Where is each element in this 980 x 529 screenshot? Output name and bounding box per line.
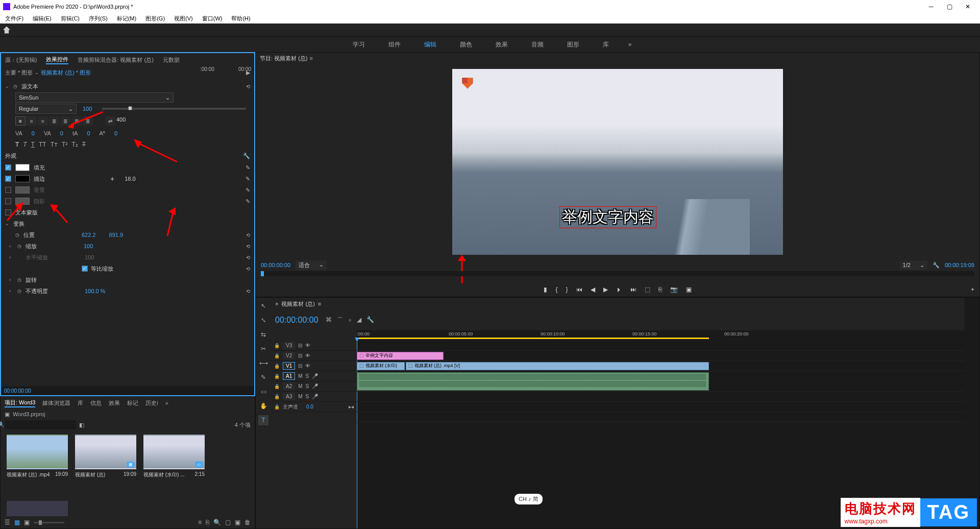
type-tool[interactable]: T bbox=[258, 415, 268, 425]
shadow-checkbox[interactable] bbox=[5, 198, 11, 204]
align-justify-last-center[interactable]: ≣ bbox=[71, 116, 82, 126]
solo-button[interactable]: S bbox=[306, 394, 309, 399]
stopwatch-icon[interactable]: ◷ bbox=[13, 84, 18, 89]
track-header-a2[interactable]: 🔒A2MS🎤 bbox=[271, 381, 357, 392]
reset-icon[interactable]: ⟲ bbox=[246, 244, 250, 249]
ws-color[interactable]: 颜色 bbox=[456, 38, 476, 51]
reset-icon[interactable]: ⟲ bbox=[246, 288, 250, 294]
kerning-value[interactable]: 0 bbox=[32, 130, 35, 136]
zoom-slider[interactable] bbox=[34, 522, 64, 523]
allcaps-button[interactable]: TT bbox=[39, 141, 46, 148]
settings-icon[interactable]: 🔧 bbox=[933, 262, 940, 269]
slip-tool[interactable]: ⟷ bbox=[258, 358, 268, 368]
time-ruler[interactable]: :00:00 00:00:05:00 00:00:10:00 00:00:15:… bbox=[357, 330, 964, 341]
bc-sequence[interactable]: 视频素材 (总) * 图形 bbox=[41, 69, 91, 77]
italic-button[interactable]: T bbox=[23, 141, 27, 148]
mute-button[interactable]: M bbox=[298, 383, 302, 389]
twirl-icon[interactable]: › bbox=[9, 255, 14, 260]
voice-icon[interactable]: 🎤 bbox=[312, 373, 318, 379]
align-center-button[interactable]: ≡ bbox=[27, 116, 37, 126]
new-item-button[interactable]: ▣ bbox=[235, 519, 240, 526]
sort-icon[interactable]: ≡ bbox=[198, 519, 202, 526]
tab-effect-controls[interactable]: 效果控件 bbox=[46, 56, 68, 64]
maximize-button[interactable]: ▢ bbox=[940, 0, 959, 13]
strikethrough-button[interactable]: T bbox=[82, 141, 86, 148]
subscript-button[interactable]: T₂ bbox=[71, 141, 78, 148]
video-toggle-icon[interactable]: ⊟ bbox=[298, 353, 302, 358]
superscript-button[interactable]: T² bbox=[62, 141, 67, 148]
close-button[interactable]: ✕ bbox=[959, 0, 977, 13]
work-area[interactable] bbox=[357, 338, 709, 339]
fill-color-swatch[interactable] bbox=[15, 164, 30, 171]
button-editor[interactable]: + bbox=[971, 286, 974, 293]
align-justify-last-right[interactable]: ≣ bbox=[83, 116, 93, 126]
tab-media-browser[interactable]: 媒体浏览器 bbox=[42, 399, 70, 407]
timeline-timecode[interactable]: 00:00:00:00 bbox=[275, 316, 318, 325]
filter-icon[interactable]: ◧ bbox=[79, 422, 84, 428]
tabs-overflow[interactable]: » bbox=[165, 400, 168, 406]
program-scrubber[interactable] bbox=[261, 271, 974, 276]
project-item[interactable]: ▭ 视频素材 (水印) ...2:15 bbox=[143, 435, 205, 478]
tab-info[interactable]: 信息 bbox=[90, 399, 102, 407]
tab-libraries[interactable]: 库 bbox=[78, 399, 83, 407]
delete-button[interactable]: 🗑 bbox=[244, 519, 251, 526]
ripple-tool[interactable]: ⇆ bbox=[258, 329, 268, 340]
ws-learn[interactable]: 学习 bbox=[349, 38, 369, 51]
eye-icon[interactable]: 👁 bbox=[305, 343, 310, 348]
pos-x[interactable]: 622.2 bbox=[82, 232, 96, 238]
program-title[interactable]: 节目: 视频素材 (总) bbox=[260, 55, 308, 62]
align-right-button[interactable]: ≡ bbox=[38, 116, 48, 126]
lock-icon[interactable]: 🔒 bbox=[274, 364, 280, 369]
twirl-icon[interactable]: ⌄ bbox=[5, 84, 10, 89]
find-icon[interactable]: 🔍 bbox=[213, 519, 221, 526]
stopwatch-icon[interactable]: ◷ bbox=[15, 232, 20, 237]
textmask-checkbox[interactable] bbox=[5, 209, 11, 215]
lock-icon[interactable]: 🔒 bbox=[274, 374, 280, 379]
overlay-text[interactable]: 举例文字内容 bbox=[559, 206, 656, 228]
stroke-width-value[interactable]: 18.0 bbox=[125, 176, 135, 182]
tab-audio-mixer[interactable]: 音频剪辑混合器: 视频素材 (总) bbox=[78, 56, 154, 64]
pos-y[interactable]: 891.9 bbox=[109, 232, 124, 238]
snap-icon[interactable]: ⌘ bbox=[326, 316, 332, 325]
baseline-value[interactable]: 0 bbox=[87, 130, 90, 136]
ws-assembly[interactable]: 组件 bbox=[384, 38, 405, 51]
eyedropper-icon[interactable]: ✎ bbox=[246, 198, 250, 205]
scale-value[interactable]: 100 bbox=[84, 243, 93, 249]
video-toggle-icon[interactable]: ⊟ bbox=[298, 363, 302, 369]
thumbnail[interactable]: ▦ bbox=[75, 435, 136, 469]
tab-markers[interactable]: 标记 bbox=[127, 399, 138, 407]
zoom-select[interactable]: 1/2⌄ bbox=[900, 261, 927, 270]
track-header-a1[interactable]: 🔒A1MS🎤 bbox=[271, 371, 357, 381]
font-size-slider[interactable] bbox=[102, 108, 246, 110]
track-header-master[interactable]: 🔒主声道0.0▸◂ bbox=[271, 402, 357, 412]
step-forward-button[interactable]: ⏵ bbox=[616, 286, 622, 293]
stroke-checkbox[interactable]: ✓ bbox=[5, 176, 11, 182]
extract-button[interactable]: ⎘ bbox=[658, 286, 662, 293]
minimize-button[interactable]: ─ bbox=[922, 0, 940, 13]
project-item[interactable]: ▦ 视频素材 (总)19:09 bbox=[75, 435, 136, 478]
video-clip[interactable]: ⬚ 视频素材 (水印) bbox=[357, 362, 405, 370]
twirl-icon[interactable]: › bbox=[9, 288, 14, 294]
menu-help[interactable]: 帮助(H) bbox=[229, 14, 252, 23]
goto-in-button[interactable]: ⏮ bbox=[576, 286, 582, 293]
smallcaps-button[interactable]: Tᴛ bbox=[51, 141, 58, 148]
step-back-button[interactable]: ◀ bbox=[591, 286, 595, 293]
marker-icon[interactable]: ⬨ bbox=[348, 316, 352, 325]
bc-master[interactable]: 主要 * 图形 bbox=[5, 69, 33, 77]
new-bin-button[interactable]: ▢ bbox=[225, 519, 231, 526]
shadow-color-swatch[interactable] bbox=[15, 198, 30, 205]
wrench-icon[interactable]: 🔧 bbox=[243, 153, 250, 159]
tab-metadata[interactable]: 元数据 bbox=[163, 56, 180, 64]
bold-button[interactable]: T bbox=[15, 141, 19, 148]
eye-icon[interactable]: 👁 bbox=[305, 363, 310, 369]
eye-icon[interactable]: 👁 bbox=[305, 353, 310, 358]
twirl-icon[interactable]: › bbox=[9, 277, 14, 282]
leading-value[interactable]: 0 bbox=[60, 130, 63, 136]
selection-tool[interactable]: ↖ bbox=[258, 301, 268, 311]
ws-effects[interactable]: 效果 bbox=[492, 38, 512, 51]
font-size-value[interactable]: 100 bbox=[83, 106, 92, 112]
mute-button[interactable]: M bbox=[298, 394, 302, 399]
fill-checkbox[interactable]: ✓ bbox=[5, 164, 11, 171]
list-view-button[interactable]: ☰ bbox=[5, 519, 10, 526]
home-icon[interactable] bbox=[3, 27, 10, 34]
